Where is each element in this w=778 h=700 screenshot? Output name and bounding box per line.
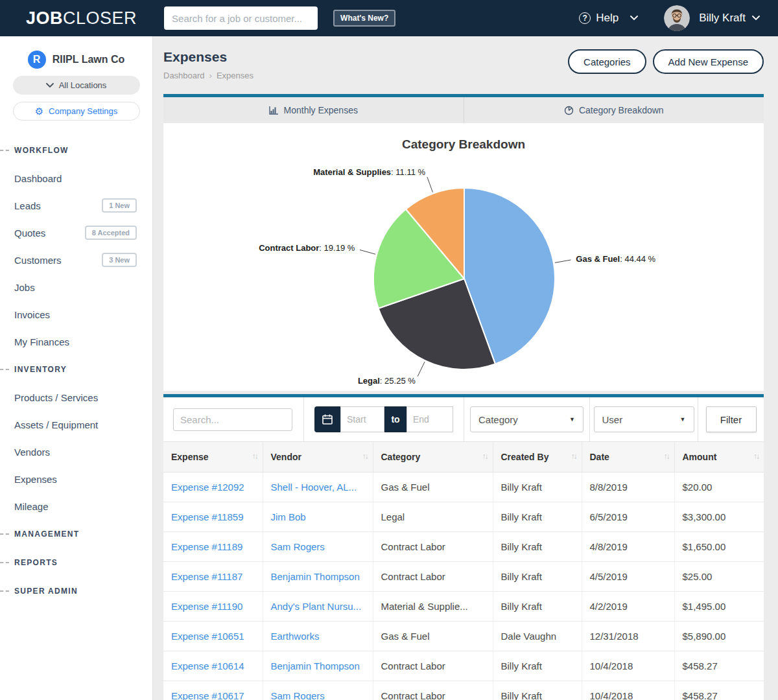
section-dash-icon (0, 590, 9, 592)
category-cell: Gas & Fuel (381, 631, 430, 642)
column-header-vendor[interactable]: ↑↓Vendor (263, 442, 373, 472)
all-locations-label: All Locations (59, 80, 107, 90)
vendor-link[interactable]: Shell - Hoover, AL... (271, 482, 357, 493)
sidebar-section-management[interactable]: Management (0, 520, 152, 548)
column-header-date[interactable]: ↑↓Date (582, 442, 674, 472)
help-icon: ? (579, 12, 591, 24)
table-row: Expense #11190Andy's Plant Nursu...Mater… (163, 591, 764, 621)
company-settings-label: Company Settings (49, 106, 117, 116)
sidebar-item-assets-equipment[interactable]: Assets / Equipment (0, 411, 152, 438)
date-cell: 8/8/2019 (590, 482, 628, 493)
pie-chart-icon (564, 106, 574, 115)
column-header-expense[interactable]: ↑↓Expense (163, 442, 263, 472)
expense-link[interactable]: Expense #11190 (171, 601, 242, 612)
label-callout-line (427, 177, 433, 192)
amount-cell: $1,650.00 (683, 541, 726, 552)
help-menu[interactable]: ? Help (579, 12, 638, 25)
tab-category-breakdown[interactable]: Category Breakdown (464, 97, 764, 123)
sidebar-item-quotes[interactable]: Quotes8 Accepted (0, 219, 152, 246)
sidebar-section-workflow[interactable]: Workflow (0, 136, 152, 165)
expense-link[interactable]: Expense #11189 (171, 541, 242, 552)
vendor-link[interactable]: Andy's Plant Nursu... (271, 601, 362, 612)
table-search-input[interactable] (173, 408, 292, 431)
sidebar-item-mileage[interactable]: Mileage (0, 493, 152, 520)
breadcrumb-separator-icon: › (209, 71, 212, 80)
sidebar-item-label: Expenses (14, 474, 57, 485)
company-header: R RIIPL Lawn Co (0, 51, 152, 69)
user-avatar[interactable] (664, 5, 690, 31)
tab-monthly-expenses-label: Monthly Expenses (284, 105, 358, 115)
created-by-cell: Billy Kraft (501, 660, 542, 671)
amount-cell: $458.27 (683, 660, 718, 671)
created-by-cell: Billy Kraft (501, 601, 542, 612)
category-select[interactable]: Category ▼ (470, 406, 584, 432)
column-header-created-by[interactable]: ↑↓Created By (493, 442, 582, 472)
expense-link[interactable]: Expense #10614 (171, 660, 244, 671)
sidebar-section-inventory[interactable]: Inventory (0, 355, 152, 384)
count-badge: 8 Accepted (85, 226, 137, 240)
user-name[interactable]: Billy Kraft (699, 12, 746, 25)
user-select[interactable]: User ▼ (594, 406, 694, 432)
expense-link[interactable]: Expense #12092 (171, 482, 244, 493)
amount-cell: $1,495.00 (683, 601, 726, 612)
sidebar-item-dashboard[interactable]: Dashboard (0, 165, 152, 192)
category-select-value: Category (478, 414, 518, 425)
sidebar-item-customers[interactable]: Customers3 New (0, 246, 152, 274)
vendor-link[interactable]: Sam Rogers (271, 690, 325, 700)
section-dash-icon (0, 562, 9, 563)
created-by-cell: Dale Vaughn (501, 631, 557, 642)
sidebar-item-invoices[interactable]: Invoices (0, 301, 152, 328)
vendor-link[interactable]: Benjamin Thompson (271, 571, 360, 582)
sidebar-item-label: Mileage (14, 501, 49, 512)
vendor-link[interactable]: Benjamin Thompson (271, 660, 360, 671)
vendor-link[interactable]: Earthworks (271, 631, 320, 642)
sidebar-item-expenses[interactable]: Expenses (0, 465, 152, 493)
date-to-label: to (384, 406, 407, 432)
sort-icon[interactable]: ↑↓ (252, 452, 257, 461)
filter-button[interactable]: Filter (706, 406, 757, 432)
date-range-picker: to (314, 406, 453, 432)
calendar-button[interactable] (314, 406, 340, 432)
sidebar-item-products-services[interactable]: Products / Services (0, 384, 152, 411)
all-locations-dropdown[interactable]: All Locations (13, 76, 140, 95)
sidebar-item-leads[interactable]: Leads1 New (0, 192, 152, 219)
table-row: Expense #10614Benjamin ThompsonContract … (163, 651, 764, 681)
sidebar-section-reports[interactable]: Reports (0, 548, 152, 577)
sort-icon[interactable]: ↑↓ (362, 452, 368, 461)
section-dash-icon (0, 533, 9, 535)
sort-icon[interactable]: ↑↓ (664, 452, 669, 461)
global-search-input[interactable] (164, 6, 318, 30)
category-cell: Contract Labor (381, 690, 445, 700)
sidebar-section-super-admin[interactable]: Super Admin (0, 577, 152, 605)
sort-icon[interactable]: ↑↓ (571, 452, 576, 461)
company-logo: R (28, 51, 46, 69)
date-cell: 4/5/2019 (590, 571, 628, 582)
tab-monthly-expenses[interactable]: Monthly Expenses (163, 97, 464, 123)
sidebar-item-label: Quotes (14, 228, 45, 239)
table-row: Expense #11187Benjamin ThompsonContract … (163, 561, 764, 591)
page-header: Expenses Dashboard › Expenses Categories… (163, 36, 764, 94)
table-header-row: ↑↓Expense↑↓Vendor↑↓Category↑↓Created By↑… (163, 442, 764, 472)
expense-link[interactable]: Expense #11859 (171, 511, 243, 522)
sidebar-item-my-finances[interactable]: My Finances (0, 328, 152, 355)
column-header-category[interactable]: ↑↓Category (373, 442, 493, 472)
label-callout-line (418, 362, 425, 377)
sidebar-item-jobs[interactable]: Jobs (0, 274, 152, 301)
vendor-link[interactable]: Jim Bob (271, 511, 306, 522)
expense-link[interactable]: Expense #10617 (171, 690, 244, 700)
expense-link[interactable]: Expense #11187 (171, 571, 242, 582)
categories-button[interactable]: Categories (568, 49, 646, 74)
whats-new-button[interactable]: What's New? (333, 10, 395, 27)
vendor-link[interactable]: Sam Rogers (271, 541, 325, 552)
date-end-input[interactable] (407, 406, 453, 432)
company-settings-button[interactable]: ⚙ Company Settings (13, 102, 140, 121)
date-start-input[interactable] (340, 406, 384, 432)
add-new-expense-button[interactable]: Add New Expense (653, 49, 764, 74)
sidebar-item-vendors[interactable]: Vendors (0, 438, 152, 465)
breadcrumb-dashboard[interactable]: Dashboard (163, 71, 205, 80)
column-header-amount[interactable]: ↑↓Amount (674, 442, 764, 472)
expense-link[interactable]: Expense #10651 (171, 631, 244, 642)
sort-icon[interactable]: ↑↓ (482, 452, 488, 461)
chevron-down-icon[interactable] (752, 16, 760, 21)
sort-icon[interactable]: ↑↓ (753, 452, 759, 461)
